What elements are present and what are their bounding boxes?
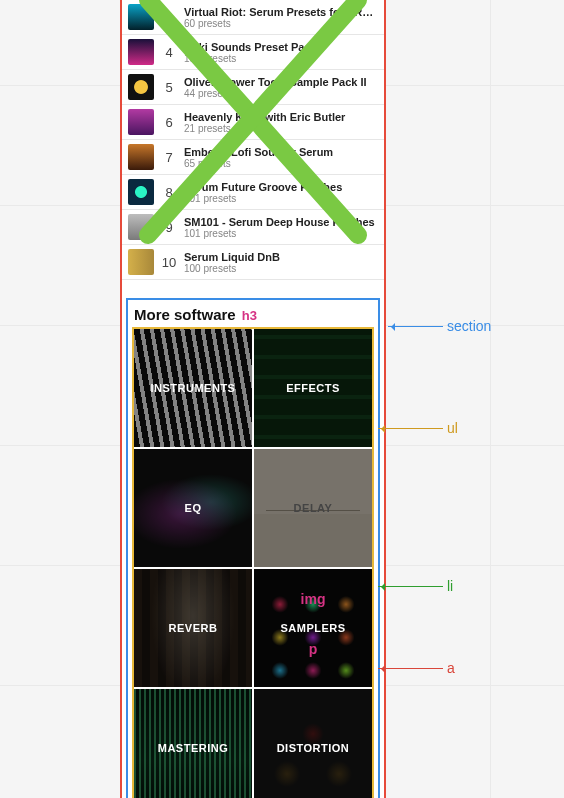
preset-thumb-icon [128,74,154,100]
category-label: INSTRUMENTS [134,329,252,447]
preset-row[interactable]: 7 Embers: Lofi Soul for Serum 65 presets [122,140,384,175]
category-link[interactable]: EFFECTS [254,329,372,447]
category-samplers[interactable]: img SAMPLERS p [254,569,372,687]
annotation-label: ul [447,420,458,436]
category-label: DELAY [254,449,372,567]
preset-rank: 7 [160,150,178,165]
preset-info: Embers: Lofi Soul for Serum 65 presets [184,146,378,169]
preset-rank: 8 [160,185,178,200]
preset-title: Heavenly Keys with Eric Butler [184,111,378,123]
preset-title: Oliver: Power Tools Sample Pack II [184,76,378,88]
preset-title: Virtual Riot: Serum Presets for PRE… [184,6,378,18]
preset-row[interactable]: 4 Aoki Sounds Preset Pack 180 presets [122,35,384,70]
category-label: EFFECTS [254,329,372,447]
preset-rank: 5 [160,80,178,95]
annotation-h3-tag: h3 [242,308,257,323]
annotation-a: a [378,660,455,676]
preset-thumb-icon [128,249,154,275]
category-link[interactable]: DISTORTION [254,689,372,798]
category-link[interactable]: img SAMPLERS p [254,569,372,687]
annotation-section: section [388,318,491,334]
preset-sub: 180 presets [184,53,378,64]
preset-info: Serum Liquid DnB 100 presets [184,251,378,274]
preset-row[interactable]: 8 Serum Future Groove Patches 101 preset… [122,175,384,210]
more-software-section: More software h3 INSTRUMENTS EFFECTS [126,298,380,798]
category-reverb[interactable]: REVERB [134,569,252,687]
preset-row[interactable]: 5 Oliver: Power Tools Sample Pack II 44 … [122,70,384,105]
category-label: REVERB [134,569,252,687]
preset-title: Embers: Lofi Soul for Serum [184,146,378,158]
preset-sub: 100 presets [184,263,378,274]
preset-sub: 21 presets [184,123,378,134]
category-eq[interactable]: EQ [134,449,252,567]
preset-row[interactable]: 9 SM101 - Serum Deep House Patches 101 p… [122,210,384,245]
preset-thumb-icon [128,144,154,170]
preset-sub: 65 presets [184,158,378,169]
preset-sub: 101 presets [184,193,378,204]
preset-info: SM101 - Serum Deep House Patches 101 pre… [184,216,378,239]
main-column: 3 Virtual Riot: Serum Presets for PRE… 6… [120,0,386,798]
category-distortion[interactable]: DISTORTION [254,689,372,798]
preset-row[interactable]: 6 Heavenly Keys with Eric Butler 21 pres… [122,105,384,140]
category-effects[interactable]: EFFECTS [254,329,372,447]
preset-thumb-icon [128,109,154,135]
annotation-label: section [447,318,491,334]
preset-info: Aoki Sounds Preset Pack 180 presets [184,41,378,64]
more-software-title: More software [134,306,236,323]
category-instruments[interactable]: INSTRUMENTS [134,329,252,447]
annotation-p-tag: p [309,641,318,657]
category-mastering[interactable]: MASTERING [134,689,252,798]
preset-rank: 6 [160,115,178,130]
preset-rank: 10 [160,255,178,270]
category-delay[interactable]: DELAY [254,449,372,567]
category-label: MASTERING [134,689,252,798]
preset-thumb-icon [128,4,154,30]
annotation-li: li [378,578,453,594]
category-link[interactable]: MASTERING [134,689,252,798]
preset-sub: 60 presets [184,18,378,29]
annotation-ul: ul [378,420,458,436]
preset-row[interactable]: 3 Virtual Riot: Serum Presets for PRE… 6… [122,0,384,35]
preset-row[interactable]: 10 Serum Liquid DnB 100 presets [122,245,384,280]
category-label: DISTORTION [254,689,372,798]
preset-sub: 44 presets [184,88,378,99]
preset-info: Virtual Riot: Serum Presets for PRE… 60 … [184,6,378,29]
category-label: EQ [134,449,252,567]
annotation-label: li [447,578,453,594]
preset-info: Oliver: Power Tools Sample Pack II 44 pr… [184,76,378,99]
category-label: SAMPLERS [254,569,372,687]
category-link[interactable]: INSTRUMENTS [134,329,252,447]
category-link[interactable]: REVERB [134,569,252,687]
preset-rank: 3 [160,10,178,25]
preset-sub: 101 presets [184,228,378,239]
preset-title: Aoki Sounds Preset Pack [184,41,378,53]
category-link[interactable]: DELAY [254,449,372,567]
preset-thumb-icon [128,39,154,65]
preset-title: SM101 - Serum Deep House Patches [184,216,378,228]
preset-rank: 4 [160,45,178,60]
annotation-label: a [447,660,455,676]
more-software-header: More software h3 [132,304,374,327]
preset-thumb-icon [128,179,154,205]
preset-rank: 9 [160,220,178,235]
preset-info: Heavenly Keys with Eric Butler 21 preset… [184,111,378,134]
preset-title: Serum Future Groove Patches [184,181,378,193]
preset-ranked-list: 3 Virtual Riot: Serum Presets for PRE… 6… [122,0,384,280]
preset-thumb-icon [128,214,154,240]
preset-title: Serum Liquid DnB [184,251,378,263]
preset-info: Serum Future Groove Patches 101 presets [184,181,378,204]
category-link[interactable]: EQ [134,449,252,567]
more-software-grid: INSTRUMENTS EFFECTS EQ [132,327,374,798]
